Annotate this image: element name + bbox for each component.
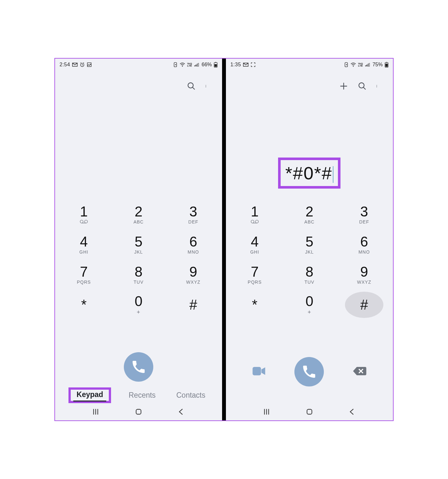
key-3[interactable]: 3DEF bbox=[174, 201, 212, 228]
key-5[interactable]: 5JKL bbox=[119, 231, 158, 258]
toolbar bbox=[226, 70, 393, 102]
gmail-icon bbox=[243, 62, 249, 67]
key-digit: 9 bbox=[360, 265, 368, 279]
key-sublabel: GHI bbox=[250, 249, 259, 255]
more-icon[interactable] bbox=[376, 82, 385, 91]
key-2[interactable]: 2ABC bbox=[119, 201, 158, 228]
nav-home-icon[interactable] bbox=[305, 408, 314, 417]
tab-recents[interactable]: Recents bbox=[125, 389, 159, 402]
key-2[interactable]: 2ABC bbox=[290, 201, 329, 228]
key-sublabel: + bbox=[308, 309, 311, 316]
key-5[interactable]: 5JKL bbox=[290, 231, 329, 258]
key-digit: # bbox=[360, 298, 368, 312]
key-sublabel: TUV bbox=[304, 280, 314, 285]
keypad: 12ABC3DEF4GHI5JKL6MNO7PQRS8TUV9WXYZ*0+# bbox=[55, 198, 222, 346]
svg-point-19 bbox=[353, 66, 354, 67]
key-digit: 0 bbox=[135, 294, 142, 308]
nav-back-icon[interactable] bbox=[177, 408, 186, 417]
key-hash[interactable]: # bbox=[174, 292, 212, 318]
svg-rect-6 bbox=[197, 64, 197, 67]
key-star[interactable]: * bbox=[236, 292, 274, 318]
tab-keypad[interactable]: Keypad bbox=[73, 388, 106, 402]
svg-rect-17 bbox=[136, 409, 141, 414]
key-sublabel: PQRS bbox=[248, 280, 262, 285]
status-time: 1:35 bbox=[230, 62, 241, 68]
nav-bar bbox=[55, 404, 222, 420]
call-button[interactable] bbox=[124, 352, 153, 382]
nav-recents-icon[interactable] bbox=[262, 408, 271, 417]
key-sublabel: JKL bbox=[305, 249, 314, 255]
add-icon[interactable] bbox=[339, 82, 348, 91]
key-digit: 8 bbox=[306, 265, 313, 279]
number-display[interactable]: *#0*# bbox=[278, 158, 340, 189]
tab-contacts[interactable]: Contacts bbox=[173, 389, 209, 402]
key-digit: 7 bbox=[80, 265, 88, 279]
number-display-area bbox=[55, 102, 222, 198]
key-digit: 1 bbox=[80, 205, 88, 219]
key-4[interactable]: 4GHI bbox=[236, 231, 274, 258]
svg-rect-4 bbox=[195, 65, 195, 66]
wifi-icon bbox=[180, 62, 185, 67]
svg-point-27 bbox=[359, 83, 364, 88]
key-6[interactable]: 6MNO bbox=[345, 231, 383, 258]
gmail-icon bbox=[72, 62, 78, 67]
key-8[interactable]: 8TUV bbox=[290, 262, 329, 288]
key-0[interactable]: 0+ bbox=[119, 292, 158, 318]
key-6[interactable]: 6MNO bbox=[174, 231, 212, 258]
nav-recents-icon[interactable] bbox=[92, 408, 100, 417]
key-sublabel: DEF bbox=[359, 219, 369, 224]
svg-rect-33 bbox=[252, 367, 261, 375]
key-digit: 5 bbox=[135, 235, 142, 249]
more-icon[interactable] bbox=[205, 82, 214, 91]
svg-point-13 bbox=[206, 86, 206, 86]
key-sublabel: MNO bbox=[188, 249, 199, 255]
svg-point-3 bbox=[182, 66, 183, 67]
key-digit: 4 bbox=[80, 235, 88, 249]
key-star[interactable]: * bbox=[65, 292, 103, 318]
number-display-area: *#0*# bbox=[226, 102, 393, 198]
svg-rect-22 bbox=[368, 64, 368, 67]
status-bar: 2:54 Vo))LTE 66% bbox=[55, 59, 222, 70]
signal-icon bbox=[365, 62, 371, 67]
svg-point-11 bbox=[188, 83, 193, 88]
backspace-button[interactable] bbox=[353, 366, 367, 377]
key-digit: 4 bbox=[251, 235, 259, 249]
search-icon[interactable] bbox=[358, 82, 367, 91]
key-sublabel: ABC bbox=[133, 219, 144, 224]
nav-back-icon[interactable] bbox=[348, 408, 356, 417]
nav-home-icon[interactable] bbox=[134, 408, 143, 417]
key-1[interactable]: 1 bbox=[236, 201, 274, 228]
key-digit: 6 bbox=[360, 235, 368, 249]
key-8[interactable]: 8TUV bbox=[119, 262, 158, 288]
key-9[interactable]: 9WXYZ bbox=[174, 262, 212, 288]
wifi-icon bbox=[350, 62, 356, 67]
svg-rect-23 bbox=[369, 63, 370, 67]
call-button[interactable] bbox=[294, 357, 324, 386]
signal-icon bbox=[194, 62, 200, 67]
status-time: 2:54 bbox=[60, 62, 70, 68]
status-bar: 1:35 Vo))LTE 75% bbox=[226, 59, 393, 70]
key-4[interactable]: 4GHI bbox=[65, 231, 103, 258]
svg-rect-5 bbox=[196, 65, 196, 66]
spacer bbox=[226, 390, 393, 404]
voicemail-icon bbox=[251, 219, 259, 225]
action-row bbox=[226, 351, 393, 390]
key-9[interactable]: 9WXYZ bbox=[345, 262, 383, 288]
key-0[interactable]: 0+ bbox=[290, 292, 329, 318]
key-digit: 6 bbox=[189, 235, 197, 249]
key-digit: 0 bbox=[306, 294, 313, 308]
key-sublabel: ABC bbox=[304, 219, 315, 224]
key-7[interactable]: 7PQRS bbox=[236, 262, 274, 288]
search-icon[interactable] bbox=[187, 82, 196, 91]
svg-point-12 bbox=[206, 85, 206, 86]
highlight-keypad-tab: Keypad bbox=[68, 387, 111, 403]
key-3[interactable]: 3DEF bbox=[345, 201, 383, 228]
key-1[interactable]: 1 bbox=[65, 201, 103, 228]
key-digit: 8 bbox=[135, 265, 142, 279]
key-hash[interactable]: # bbox=[345, 292, 383, 318]
svg-point-30 bbox=[376, 87, 377, 87]
video-call-button[interactable] bbox=[252, 366, 266, 377]
key-digit: * bbox=[81, 298, 86, 312]
key-7[interactable]: 7PQRS bbox=[65, 262, 103, 288]
key-digit: # bbox=[189, 298, 197, 312]
